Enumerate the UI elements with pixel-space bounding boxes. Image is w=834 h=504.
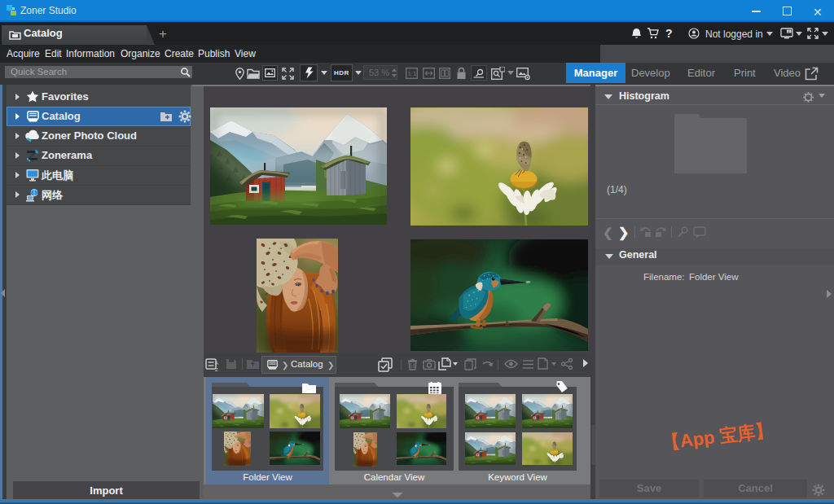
svg-text:Z: Z [215, 367, 218, 372]
svg-text:A: A [215, 361, 218, 366]
svg-text:1:1: 1:1 [407, 70, 417, 77]
